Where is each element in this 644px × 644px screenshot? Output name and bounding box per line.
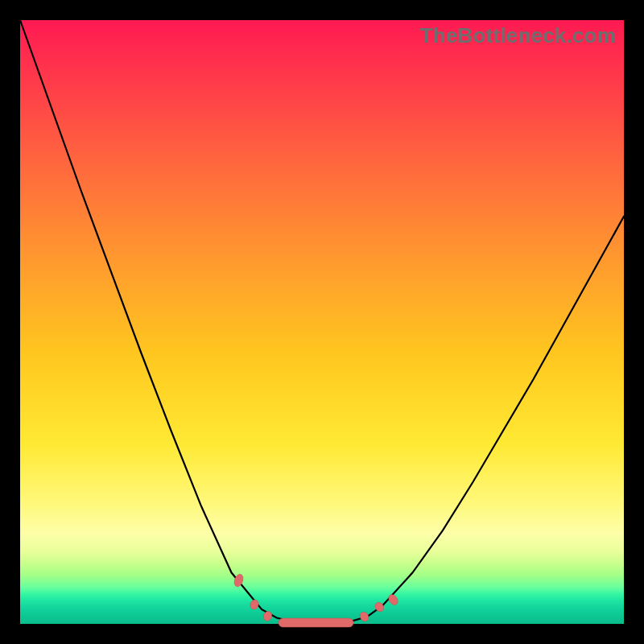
chart-frame: TheBottleneck.com xyxy=(0,0,644,644)
svg-point-5 xyxy=(386,592,399,606)
curve-svg xyxy=(20,20,624,624)
svg-rect-6 xyxy=(279,618,353,627)
svg-point-2 xyxy=(262,610,274,622)
curve-markers xyxy=(233,573,400,627)
svg-point-3 xyxy=(358,610,370,623)
svg-point-1 xyxy=(249,599,260,611)
plot-area: TheBottleneck.com xyxy=(20,20,624,624)
bottleneck-curve xyxy=(20,20,624,623)
